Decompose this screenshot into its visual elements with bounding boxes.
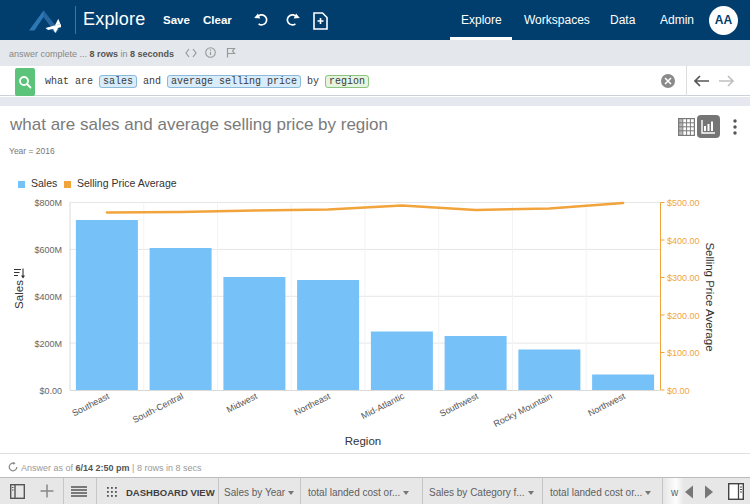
svg-text:Selling Price Average: Selling Price Average: [704, 242, 716, 351]
svg-text:Rocky Mountain: Rocky Mountain: [492, 391, 554, 429]
svg-text:$400M: $400M: [34, 292, 62, 302]
svg-text:$100.00: $100.00: [667, 348, 700, 358]
svg-text:Midwest: Midwest: [225, 391, 259, 415]
svg-text:$500.00: $500.00: [667, 198, 700, 208]
svg-text:$800M: $800M: [34, 198, 62, 208]
svg-text:Northeast: Northeast: [293, 391, 333, 418]
svg-text:$400.00: $400.00: [667, 236, 700, 246]
svg-text:Region: Region: [345, 435, 381, 447]
svg-text:Southeast: Southeast: [70, 391, 111, 419]
svg-text:$200.00: $200.00: [667, 311, 700, 321]
svg-text:$0.00: $0.00: [39, 386, 62, 396]
svg-text:$0.00: $0.00: [667, 386, 690, 396]
svg-text:$600M: $600M: [34, 245, 62, 255]
svg-text:Sales: Sales: [13, 280, 25, 309]
svg-text:Southwest: Southwest: [438, 391, 480, 419]
svg-text:South-Central: South-Central: [131, 391, 185, 425]
svg-text:$300.00: $300.00: [667, 273, 700, 283]
svg-text:Mid-Atlantic: Mid-Atlantic: [359, 391, 406, 421]
svg-text:$200M: $200M: [34, 339, 62, 349]
svg-text:Northwest: Northwest: [586, 391, 627, 419]
